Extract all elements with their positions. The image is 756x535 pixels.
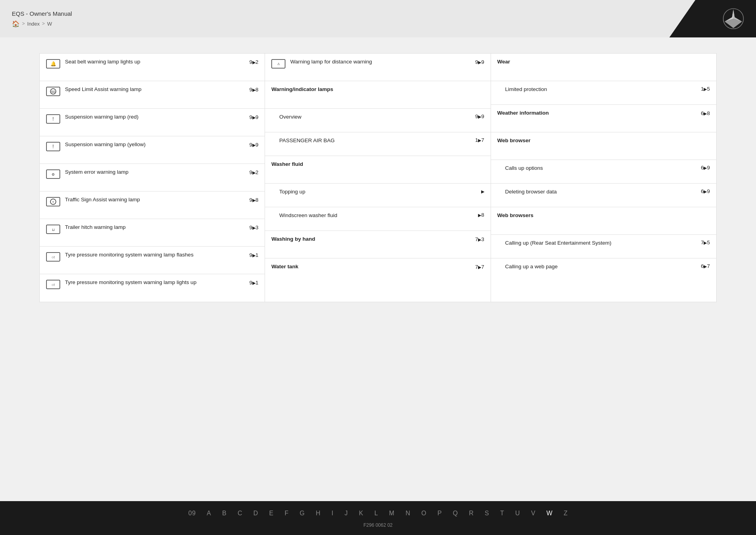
alpha-H[interactable]: H [310, 508, 326, 518]
entry-label: Warning/indicator lamps [271, 86, 484, 93]
alpha-G[interactable]: G [294, 508, 310, 518]
column-1: 🔔 Seat belt warning lamp lights up 9▶2 5… [39, 53, 265, 302]
header-brand-area [669, 0, 756, 37]
entry-page: 9▶2 [249, 59, 258, 65]
list-item: ⚙ System error warning lamp 9▶2 [40, 164, 265, 191]
list-item: Web browsers [491, 207, 716, 235]
entry-page: 9▶8 [249, 197, 258, 203]
alphabet-bar[interactable]: 09 A B C D E F G H I J K L M N O P Q R S… [24, 508, 732, 518]
entry-label: Speed Limit Assist warning lamp [65, 86, 246, 93]
speedlimit-icon: 50 [46, 87, 61, 98]
alpha-S[interactable]: S [479, 508, 495, 518]
list-item: Topping up ▶ [265, 184, 490, 207]
alpha-R[interactable]: R [463, 508, 479, 518]
svg-text:🔔: 🔔 [50, 61, 56, 67]
entry-page: 9▶1 [249, 252, 258, 258]
alpha-O[interactable]: O [416, 508, 432, 518]
entry-label: Calling up (Rear Seat Entertainment Syst… [505, 240, 698, 247]
alpha-Z[interactable]: Z [558, 508, 573, 518]
index-grid: 🔔 Seat belt warning lamp lights up 9▶2 5… [39, 53, 717, 302]
header: EQS - Owner's Manual 🏠 > Index > W [0, 0, 756, 37]
entry-label: Wear [497, 58, 710, 66]
breadcrumb-sep1: > [22, 21, 25, 26]
entry-label: Water tank [271, 263, 472, 271]
list-item: Limited protection 1▶5 [491, 81, 716, 105]
entry-page: 9▶2 [249, 169, 258, 175]
entry-label: Tyre pressure monitoring system warning … [65, 251, 246, 259]
entry-label: Weather information [497, 110, 698, 117]
alpha-C[interactable]: C [232, 508, 248, 518]
list-item: Calling up a web page 6▶7 [491, 258, 716, 282]
entry-page: 9▶9 [475, 59, 484, 65]
alpha-E[interactable]: E [264, 508, 279, 518]
system-error-icon: ⚙ [46, 169, 61, 180]
alpha-D[interactable]: D [248, 508, 264, 518]
alpha-N[interactable]: N [400, 508, 416, 518]
list-item: Calls up options 6▶9 [491, 160, 716, 184]
alpha-I[interactable]: I [326, 508, 339, 518]
list-item: PASSENGER AIR BAG 1▶7 [265, 132, 490, 156]
alpha-P[interactable]: P [432, 508, 447, 518]
breadcrumb-home[interactable]: 🏠 [12, 20, 20, 28]
entry-label: Washing by hand [271, 236, 472, 243]
suspension-yellow-icon: ! [46, 142, 61, 153]
alpha-V[interactable]: V [526, 508, 541, 518]
svg-text:○!: ○! [52, 255, 55, 259]
entry-label: Trailer hitch warning lamp [65, 224, 246, 231]
svg-text:!: ! [52, 144, 54, 149]
footer: 09 A B C D E F G H I J K L M N O P Q R S… [0, 501, 756, 535]
entry-page: 6▶9 [701, 165, 710, 171]
list-item: Weather information 6▶8 [491, 105, 716, 132]
entry-page: 1▶7 [475, 137, 484, 143]
svg-text:⚠: ⚠ [277, 62, 280, 66]
alpha-A[interactable]: A [201, 508, 217, 518]
entry-label: Tyre pressure monitoring system warning … [65, 279, 246, 286]
entry-label: System error warning lamp [65, 169, 246, 176]
entry-label: Traffic Sign Assist warning lamp [65, 196, 246, 204]
list-item: Washing by hand 7▶3 [265, 231, 490, 258]
traffic-sign-icon: T [46, 197, 61, 208]
entry-page: 9▶9 [475, 113, 484, 119]
alpha-U[interactable]: U [510, 508, 526, 518]
main-content: 🔔 Seat belt warning lamp lights up 9▶2 5… [0, 37, 756, 501]
breadcrumb-index[interactable]: Index [27, 21, 40, 27]
list-item: Water tank 7▶7 [265, 258, 490, 286]
list-item: 50 Speed Limit Assist warning lamp 9▶8 [40, 81, 265, 109]
alpha-T[interactable]: T [495, 508, 510, 518]
list-item: ○! Tyre pressure monitoring system warni… [40, 247, 265, 274]
list-item: Windscreen washer fluid ▶8 [265, 207, 490, 231]
list-item: ! Suspension warning lamp (red) 9▶9 [40, 109, 265, 136]
entry-page: 6▶8 [701, 110, 710, 116]
entry-label: Suspension warning lamp (yellow) [65, 141, 246, 149]
trailer-hitch-icon: ⊔ [46, 225, 61, 236]
entry-label: Washer fluid [271, 161, 484, 168]
alpha-09[interactable]: 09 [183, 508, 201, 518]
entry-page: 9▶1 [249, 280, 258, 286]
svg-text:50: 50 [51, 90, 55, 94]
list-item: Calling up (Rear Seat Entertainment Syst… [491, 235, 716, 258]
alpha-F[interactable]: F [279, 508, 294, 518]
tpms-flash-icon: ○! [46, 252, 61, 263]
list-item: ⊔ Trailer hitch warning lamp 9▶3 [40, 219, 265, 247]
alpha-L[interactable]: L [369, 508, 384, 518]
header-right [669, 0, 756, 37]
entry-page: 9▶9 [249, 142, 258, 148]
footer-code: F296 0062 02 [363, 522, 393, 528]
column-3: Wear Limited protection 1▶5 Weather info… [491, 53, 717, 302]
alpha-B[interactable]: B [217, 508, 232, 518]
alpha-K[interactable]: K [354, 508, 369, 518]
list-item: 🔔 Seat belt warning lamp lights up 9▶2 [40, 54, 265, 81]
alpha-J[interactable]: J [339, 508, 354, 518]
alpha-Q[interactable]: Q [447, 508, 463, 518]
list-item: T Traffic Sign Assist warning lamp 9▶8 [40, 191, 265, 219]
list-item: Washer fluid [265, 156, 490, 184]
entry-page: 9▶9 [249, 114, 258, 120]
alpha-M[interactable]: M [384, 508, 400, 518]
entry-label: Limited protection [505, 86, 698, 93]
entry-page: 9▶8 [249, 87, 258, 93]
entry-page: 1▶5 [701, 86, 710, 92]
alpha-W[interactable]: W [541, 508, 558, 518]
list-item: ⚠ Warning lamp for distance warning 9▶9 [265, 54, 490, 81]
list-item: ! Suspension warning lamp (yellow) 9▶9 [40, 136, 265, 164]
list-item: Deleting browser data 6▶9 [491, 184, 716, 207]
